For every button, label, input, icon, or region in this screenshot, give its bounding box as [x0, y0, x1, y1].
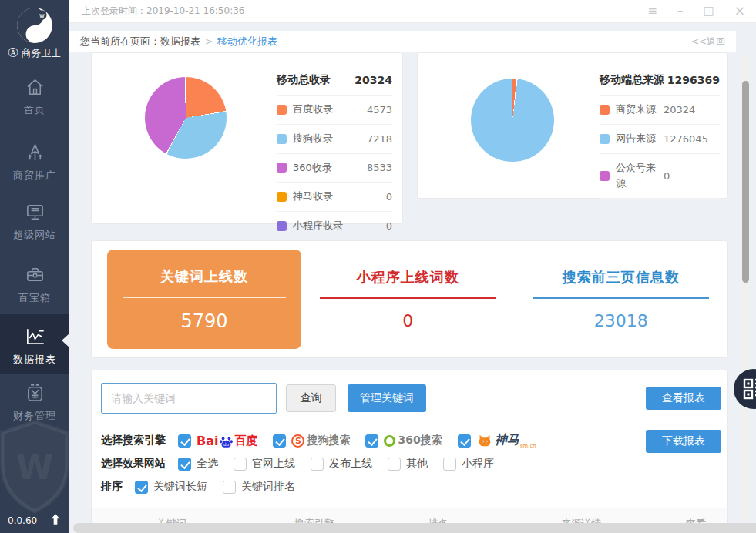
- engine-checkbox-360[interactable]: 360搜索: [365, 434, 442, 448]
- toolbox-icon: [0, 265, 69, 286]
- pie1-title: 移动总收录: [277, 73, 331, 87]
- stats-summary-card: 关键词上线数 5790 小程序上线词数 0 搜索前三页信息数 23018: [91, 240, 728, 358]
- stat-keywords-online[interactable]: 关键词上线数 5790: [107, 250, 301, 349]
- brand-label: 商务卫士: [22, 47, 62, 59]
- legend-item[interactable]: 小程序收录 0: [277, 212, 392, 241]
- mobile-source-chart-card: 移动端总来源 1296369 商贸来源 20324 网告来源 1276045 公…: [417, 52, 728, 199]
- download-report-button[interactable]: 下载报表: [646, 430, 721, 453]
- query-button[interactable]: 查询: [286, 384, 336, 412]
- stat-top3-pages[interactable]: 搜索前三页信息数 23018: [515, 268, 728, 330]
- legend-item[interactable]: 网告来源 1276045: [600, 125, 720, 154]
- keyword-query-card: 查询 管理关键词 查看报表 下载报表 选择搜索引擎 Bai du 百度: [91, 370, 728, 533]
- engine-checkbox-baidu[interactable]: Bai du 百度: [178, 434, 257, 448]
- app-logo-icon: w: [0, 6, 69, 47]
- menu-icon[interactable]: ≡: [647, 5, 657, 17]
- mobile-source-pie-chart[interactable]: [471, 79, 554, 162]
- site-filter-row: 选择效果网站 全选 官网上线 发布上线 其他 小程序: [101, 457, 509, 471]
- sidebar-item-home[interactable]: 首页: [0, 77, 69, 117]
- breadcrumb-separator: >: [205, 36, 213, 47]
- pie2-legend: 移动端总来源 1296369 商贸来源 20324 网告来源 1276045 公…: [600, 69, 720, 199]
- legend-item[interactable]: 商贸来源 20324: [600, 96, 720, 125]
- sort-checkbox-rank[interactable]: 关键词排名: [223, 480, 295, 494]
- svg-text:du: du: [223, 441, 229, 446]
- sidebar-item-reports[interactable]: 数据报表: [0, 314, 69, 374]
- checkbox-icon: [234, 458, 247, 471]
- sidebar-item-label: 超级网站: [0, 228, 69, 242]
- checkbox-icon: [458, 434, 471, 448]
- breadcrumb-current-link[interactable]: 移动优化报表: [217, 35, 277, 49]
- qr-code-float-button[interactable]: [734, 369, 756, 409]
- svg-text:w: w: [39, 12, 45, 19]
- engine-checkbox-shenma[interactable]: 神马 sm.cn: [458, 432, 536, 449]
- legend-swatch: [600, 105, 610, 115]
- legend-swatch: [277, 192, 287, 202]
- legend-swatch: [600, 171, 610, 181]
- checkbox-icon: [223, 481, 236, 494]
- home-icon: [0, 77, 69, 98]
- upgrade-arrow-icon[interactable]: [49, 512, 62, 528]
- sidebar-item-website[interactable]: 超级网站: [0, 202, 69, 242]
- shield-watermark-icon: W: [0, 416, 76, 518]
- back-link[interactable]: <<返回: [691, 35, 725, 49]
- keyword-search-input[interactable]: [101, 383, 277, 414]
- horizontal-scrollbar[interactable]: [73, 523, 756, 533]
- sidebar-item-promotion[interactable]: 商贸推广: [0, 142, 69, 183]
- pie2-total: 1296369: [667, 74, 720, 86]
- title-bar: 上次登录时间：2019-10-21 16:50:36 ≡ – □ ×: [69, 0, 756, 23]
- legend-item[interactable]: 神马收录 0: [277, 183, 392, 212]
- view-report-button[interactable]: 查看报表: [646, 387, 721, 410]
- last-login-text: 上次登录时间：2019-10-21 16:50:36: [69, 5, 647, 18]
- breadcrumb-prefix: 您当前所在页面：数据报表: [80, 35, 200, 49]
- vertical-scrollbar-thumb[interactable]: [742, 81, 749, 283]
- legend-item[interactable]: 360收录 8533: [277, 154, 392, 183]
- engine-row-label: 选择搜索引擎: [101, 434, 166, 448]
- engine-filter-row: 选择搜索引擎 Bai du 百度 S 搜狗搜索: [101, 432, 552, 449]
- legend-item[interactable]: 公众号来源 0: [600, 154, 720, 199]
- checkbox-icon: [178, 434, 191, 448]
- legend-swatch: [277, 163, 287, 173]
- brand-badge-icon: Ⓐ: [8, 47, 18, 59]
- sidebar-item-label: 首页: [0, 103, 69, 117]
- minimize-icon[interactable]: –: [677, 5, 684, 17]
- checkbox-icon: [388, 458, 401, 471]
- manage-keywords-button[interactable]: 管理关键词: [348, 384, 426, 412]
- close-icon[interactable]: ×: [734, 5, 745, 18]
- pie1-legend: 移动总收录 20324 百度收录 4573 搜狗收录 7218 360收录 85…: [277, 69, 392, 241]
- finance-icon: [0, 383, 69, 404]
- site-checkbox-other[interactable]: 其他: [388, 457, 428, 471]
- stat-miniprogram-words[interactable]: 小程序上线词数 0: [301, 268, 515, 330]
- site-checkbox-official[interactable]: 官网上线: [234, 457, 295, 471]
- sogou-logo-icon: S 搜狗搜索: [291, 434, 350, 448]
- sidebar-item-label: 商贸推广: [0, 169, 69, 183]
- sidebar-item-toolbox[interactable]: 百宝箱: [0, 265, 69, 305]
- brand-name: Ⓐ 商务卫士: [0, 46, 69, 60]
- version-label: 0.0.60: [8, 515, 37, 526]
- sidebar-item-label: 百宝箱: [0, 291, 69, 305]
- checkbox-icon: [135, 481, 148, 494]
- checkbox-icon: [311, 458, 324, 471]
- legend-swatch: [277, 134, 287, 144]
- maximize-icon[interactable]: □: [704, 5, 714, 17]
- site-checkbox-publish[interactable]: 发布上线: [311, 457, 372, 471]
- checkbox-icon: [365, 434, 378, 448]
- baidu-logo-icon: Bai du 百度: [197, 434, 257, 448]
- active-item-notch: [62, 334, 69, 347]
- checkbox-icon: [273, 434, 286, 448]
- legend-item[interactable]: 搜狗收录 7218: [277, 125, 392, 154]
- mobile-index-pie-chart[interactable]: [145, 77, 227, 159]
- report-chart-icon: [0, 327, 69, 347]
- sort-checkbox-length[interactable]: 关键词长短: [135, 480, 207, 494]
- site-row-label: 选择效果网站: [101, 457, 166, 471]
- breadcrumb: 您当前所在页面：数据报表 > 移动优化报表 <<返回: [69, 31, 736, 52]
- svg-text:W: W: [16, 448, 54, 487]
- 360-logo-icon: 360搜索: [384, 434, 442, 448]
- legend-swatch: [600, 134, 610, 144]
- checkbox-icon: [443, 458, 456, 471]
- legend-item[interactable]: 百度收录 4573: [277, 96, 392, 125]
- checkbox-icon: [178, 458, 191, 471]
- site-checkbox-miniprogram[interactable]: 小程序: [443, 457, 494, 471]
- mobile-index-chart-card: 移动总收录 20324 百度收录 4573 搜狗收录 7218 360收录 85…: [91, 52, 403, 224]
- site-checkbox-all[interactable]: 全选: [178, 457, 218, 471]
- sidebar: w Ⓐ 商务卫士 首页 商贸推广 超级网站: [0, 0, 69, 533]
- engine-checkbox-sogou[interactable]: S 搜狗搜索: [273, 434, 350, 448]
